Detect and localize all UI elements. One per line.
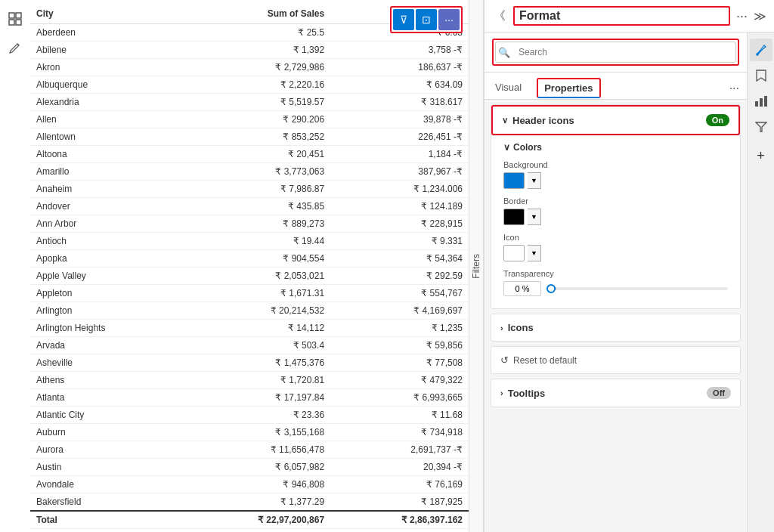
icons-section-label: Icons [508,322,534,333]
table-cell-0: Arlington Heights [30,320,183,337]
table-row: Anaheim₹ 7,986.87₹ 1,234.006 [30,181,469,198]
table-cell-0: Aberdeen [30,24,183,42]
border-color-dropdown[interactable]: ▼ [528,209,541,225]
svg-rect-3 [16,20,21,25]
filter-strip-icon[interactable] [750,116,772,138]
svg-point-4 [756,53,759,56]
table-cell-1: ₹ 435.85 [183,198,330,215]
table-cell-0: Allentown [30,128,183,146]
right-main: 🔍 Visual Properties ··· ∨ Header icons O… [485,32,774,532]
background-color-swatch[interactable] [503,172,525,189]
table-row: Amarillo₹ 3,773,063387,967 -₹ [30,163,469,181]
transparency-input[interactable] [503,281,541,296]
table-cell-0: Abilene [30,42,183,59]
tooltips-toggle-state[interactable]: Off [707,387,731,399]
right-icon-strip: + [747,32,774,532]
table-cell-1: ₹ 23.36 [183,407,330,424]
grid-icon[interactable] [4,8,26,30]
table-cell-2: 226,451 -₹ [330,128,469,146]
table-cell-1: ₹ 1,671.31 [183,285,330,302]
icon-color-swatch[interactable] [503,245,525,261]
table-row: Arlington Heights₹ 14,112₹ 1,235 [30,320,469,337]
table-cell-0: Albuquerque [30,76,183,94]
table-row: Apopka₹ 904,554₹ 54,364 [30,250,469,268]
more-options-button[interactable]: ··· [438,9,460,30]
chevron-right-tooltips-icon: › [500,388,503,397]
table-total-row: Total₹ 22,97,200,867₹ 2,86,397.162 [30,511,469,529]
search-input[interactable] [495,42,736,63]
background-label: Background [503,160,728,169]
data-strip-icon[interactable] [750,90,772,113]
table-row: Atlanta₹ 17,197.84₹ 6,993,665 [30,389,469,407]
colors-title: ∨ Colors [503,142,728,153]
table-cell-1: ₹ 503.4 [183,337,330,354]
filters-sidebar[interactable]: Filters [469,0,484,532]
table-cell-0: Appleton [30,285,183,302]
col-header-sales: Sum of Sales [183,4,330,24]
total-cell-1: ₹ 22,97,200,867 [183,511,330,529]
slider-thumb [546,284,556,293]
collapse-icon[interactable]: 《 [492,7,507,26]
table-row: Ann Arbor₹ 889,273₹ 228,915 [30,215,469,233]
table-cell-1: ₹ 1,475,376 [183,354,330,372]
table-cell-2: ₹ 554,767 [330,285,469,302]
table-row: Arvada₹ 503.4₹ 59,856 [30,337,469,354]
header-icons-toggle[interactable]: ∨ Header icons On [491,105,740,135]
filter-button[interactable]: ⊽ [393,9,414,30]
transparency-label: Transparency [503,269,728,278]
reset-button[interactable]: ↺ Reset to default [491,346,741,374]
icons-section-header[interactable]: › Icons [491,314,740,341]
panel-more-icon[interactable]: ··· [736,8,748,24]
table-cell-0: Apopka [30,250,183,268]
table-row: Alexandria₹ 5,519.57₹ 318.617 [30,94,469,111]
table-cell-1: ₹ 889,273 [183,215,330,233]
background-color-dropdown[interactable]: ▼ [528,172,541,189]
expand-button[interactable]: ⊡ [416,9,437,30]
table-cell-0: Athens [30,372,183,389]
chevron-down-icon-colors: ∨ [503,142,510,153]
table-cell-2: ₹ 318.617 [330,94,469,111]
table-cell-2: ₹ 59,856 [330,337,469,354]
table-cell-1: ₹ 20,451 [183,146,330,163]
table-row: Bakersfield₹ 1,377.29₹ 187,925 [30,493,469,512]
table-row: Asheville₹ 1,475,376₹ 77,508 [30,354,469,372]
bookmark-strip-icon[interactable] [750,64,772,87]
table-row: Andover₹ 435.85₹ 124.189 [30,198,469,215]
table-cell-1: ₹ 290.206 [183,111,330,128]
tab-visual[interactable]: Visual [492,77,525,99]
add-strip-icon[interactable]: + [750,144,772,167]
table-cell-0: Altoona [30,146,183,163]
search-container: 🔍 [485,32,747,73]
table-cell-2: ₹ 292.59 [330,268,469,285]
table-cell-2: ₹ 4,169,697 [330,302,469,320]
table-cell-0: Austin [30,459,183,476]
paintbrush-strip-icon[interactable] [750,39,772,61]
svg-rect-1 [16,13,21,18]
table-cell-0: Antioch [30,233,183,250]
table-cell-2: ₹ 187,925 [330,493,469,512]
table-cell-0: Anaheim [30,181,183,198]
table-cell-2: ₹ 6,993,665 [330,389,469,407]
background-swatch-row: ▼ [503,172,728,189]
table-row: Arlington₹ 20,214,532₹ 4,169,697 [30,302,469,320]
tabs-container: Visual Properties ··· [485,73,747,100]
transparency-slider[interactable] [547,287,728,290]
icons-section: › Icons [491,314,741,342]
border-color-swatch[interactable] [503,209,525,225]
icon-color-dropdown[interactable]: ▼ [528,245,541,261]
table-cell-2: 20,394 -₹ [330,459,469,476]
panel-expand-icon[interactable]: ≫ [754,9,766,23]
tooltips-header[interactable]: › Tooltips Off [491,379,740,407]
tab-properties[interactable]: Properties [537,78,600,98]
edit-icon[interactable] [4,36,26,59]
chevron-down-icon: ∨ [502,116,508,125]
data-table-container: City Sum of Sales Sum of Profit Aberdeen… [30,4,469,532]
total-cell-0: Total [30,511,183,529]
header-icons-toggle-state[interactable]: On [706,114,729,126]
table-cell-2: 186,637 -₹ [330,59,469,76]
table-cell-1: ₹ 2,053,021 [183,268,330,285]
table-cell-1: ₹ 853,252 [183,128,330,146]
tabs-more-icon[interactable]: ··· [729,82,739,95]
table-row: Avondale₹ 946,808₹ 76,169 [30,476,469,493]
right-content: 🔍 Visual Properties ··· ∨ Header icons O… [485,32,747,532]
